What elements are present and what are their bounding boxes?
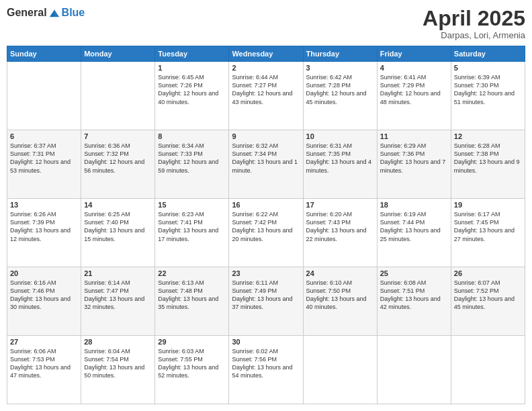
- day-info: Sunrise: 6:10 AMSunset: 7:50 PMDaylight:…: [306, 279, 374, 312]
- day-number: 16: [232, 201, 300, 209]
- table-row: [303, 336, 377, 404]
- day-number: 27: [10, 338, 78, 346]
- table-row: [377, 336, 451, 404]
- day-info: Sunrise: 6:44 AMSunset: 7:27 PMDaylight:…: [232, 73, 300, 106]
- month-title: April 2025: [423, 7, 525, 30]
- day-info: Sunrise: 6:32 AMSunset: 7:34 PMDaylight:…: [232, 142, 300, 175]
- day-number: 25: [380, 269, 448, 277]
- day-info: Sunrise: 6:39 AMSunset: 7:30 PMDaylight:…: [454, 73, 522, 106]
- day-info: Sunrise: 6:25 AMSunset: 7:40 PMDaylight:…: [84, 210, 152, 243]
- table-row: [81, 62, 155, 130]
- day-info: Sunrise: 6:45 AMSunset: 7:26 PMDaylight:…: [158, 73, 226, 106]
- table-row: 11 Sunrise: 6:29 AMSunset: 7:36 PMDaylig…: [377, 130, 451, 199]
- table-row: 26 Sunrise: 6:07 AMSunset: 7:52 PMDaylig…: [451, 267, 525, 336]
- day-info: Sunrise: 6:13 AMSunset: 7:48 PMDaylight:…: [158, 279, 226, 312]
- day-number: 7: [84, 132, 152, 140]
- day-number: 20: [10, 269, 78, 277]
- table-row: 18 Sunrise: 6:19 AMSunset: 7:44 PMDaylig…: [377, 199, 451, 267]
- day-info: Sunrise: 6:29 AMSunset: 7:36 PMDaylight:…: [380, 142, 448, 175]
- table-row: 5 Sunrise: 6:39 AMSunset: 7:30 PMDayligh…: [451, 62, 525, 130]
- day-number: 17: [306, 201, 374, 209]
- svg-marker-2: [49, 10, 54, 17]
- day-info: Sunrise: 6:42 AMSunset: 7:28 PMDaylight:…: [306, 73, 374, 106]
- table-row: 30 Sunrise: 6:02 AMSunset: 7:56 PMDaylig…: [229, 336, 303, 404]
- day-number: 24: [306, 269, 374, 277]
- calendar-week-row: 20 Sunrise: 6:16 AMSunset: 7:46 PMDaylig…: [7, 267, 525, 336]
- calendar-table: Sunday Monday Tuesday Wednesday Thursday…: [7, 46, 525, 404]
- calendar-week-row: 1 Sunrise: 6:45 AMSunset: 7:26 PMDayligh…: [7, 62, 525, 130]
- col-wednesday: Wednesday: [229, 46, 303, 62]
- logo-general: General: [7, 7, 47, 19]
- day-info: Sunrise: 6:04 AMSunset: 7:54 PMDaylight:…: [84, 347, 152, 380]
- table-row: 20 Sunrise: 6:16 AMSunset: 7:46 PMDaylig…: [7, 267, 81, 336]
- calendar-week-row: 6 Sunrise: 6:37 AMSunset: 7:31 PMDayligh…: [7, 130, 525, 199]
- table-row: 2 Sunrise: 6:44 AMSunset: 7:27 PMDayligh…: [229, 62, 303, 130]
- day-info: Sunrise: 6:41 AMSunset: 7:29 PMDaylight:…: [380, 73, 448, 106]
- day-info: Sunrise: 6:11 AMSunset: 7:49 PMDaylight:…: [232, 279, 300, 312]
- day-info: Sunrise: 6:28 AMSunset: 7:38 PMDaylight:…: [454, 142, 522, 175]
- day-info: Sunrise: 6:34 AMSunset: 7:33 PMDaylight:…: [158, 142, 226, 175]
- table-row: 21 Sunrise: 6:14 AMSunset: 7:47 PMDaylig…: [81, 267, 155, 336]
- logo-icon: [48, 7, 60, 18]
- day-number: 12: [454, 132, 522, 140]
- day-number: 30: [232, 338, 300, 346]
- table-row: 3 Sunrise: 6:42 AMSunset: 7:28 PMDayligh…: [303, 62, 377, 130]
- day-info: Sunrise: 6:17 AMSunset: 7:45 PMDaylight:…: [454, 210, 522, 243]
- day-number: 9: [232, 132, 300, 140]
- day-number: 8: [158, 132, 226, 140]
- day-number: 19: [454, 201, 522, 209]
- table-row: 27 Sunrise: 6:06 AMSunset: 7:53 PMDaylig…: [7, 336, 81, 404]
- day-info: Sunrise: 6:20 AMSunset: 7:43 PMDaylight:…: [306, 210, 374, 243]
- day-info: Sunrise: 6:37 AMSunset: 7:31 PMDaylight:…: [10, 142, 78, 175]
- table-row: 6 Sunrise: 6:37 AMSunset: 7:31 PMDayligh…: [7, 130, 81, 199]
- day-info: Sunrise: 6:08 AMSunset: 7:51 PMDaylight:…: [380, 279, 448, 312]
- table-row: 17 Sunrise: 6:20 AMSunset: 7:43 PMDaylig…: [303, 199, 377, 267]
- day-number: 15: [158, 201, 226, 209]
- table-row: 15 Sunrise: 6:23 AMSunset: 7:41 PMDaylig…: [155, 199, 229, 267]
- day-info: Sunrise: 6:14 AMSunset: 7:47 PMDaylight:…: [84, 279, 152, 312]
- table-row: 12 Sunrise: 6:28 AMSunset: 7:38 PMDaylig…: [451, 130, 525, 199]
- day-number: 3: [306, 64, 374, 72]
- day-number: 6: [10, 132, 78, 140]
- table-row: 8 Sunrise: 6:34 AMSunset: 7:33 PMDayligh…: [155, 130, 229, 199]
- day-info: Sunrise: 6:06 AMSunset: 7:53 PMDaylight:…: [10, 347, 78, 380]
- day-number: 28: [84, 338, 152, 346]
- day-info: Sunrise: 6:23 AMSunset: 7:41 PMDaylight:…: [158, 210, 226, 243]
- table-row: 19 Sunrise: 6:17 AMSunset: 7:45 PMDaylig…: [451, 199, 525, 267]
- day-number: 2: [232, 64, 300, 72]
- weekday-header-row: Sunday Monday Tuesday Wednesday Thursday…: [7, 46, 525, 62]
- table-row: 16 Sunrise: 6:22 AMSunset: 7:42 PMDaylig…: [229, 199, 303, 267]
- day-number: 5: [454, 64, 522, 72]
- day-info: Sunrise: 6:31 AMSunset: 7:35 PMDaylight:…: [306, 142, 374, 175]
- day-number: 22: [158, 269, 226, 277]
- table-row: 22 Sunrise: 6:13 AMSunset: 7:48 PMDaylig…: [155, 267, 229, 336]
- col-tuesday: Tuesday: [155, 46, 229, 62]
- day-info: Sunrise: 6:07 AMSunset: 7:52 PMDaylight:…: [454, 279, 522, 312]
- day-number: 23: [232, 269, 300, 277]
- logo: General Blue: [7, 7, 85, 19]
- col-sunday: Sunday: [7, 46, 81, 62]
- day-info: Sunrise: 6:16 AMSunset: 7:46 PMDaylight:…: [10, 279, 78, 312]
- day-number: 26: [454, 269, 522, 277]
- table-row: 24 Sunrise: 6:10 AMSunset: 7:50 PMDaylig…: [303, 267, 377, 336]
- col-friday: Friday: [377, 46, 451, 62]
- day-info: Sunrise: 6:02 AMSunset: 7:56 PMDaylight:…: [232, 347, 300, 380]
- day-number: 1: [158, 64, 226, 72]
- title-section: April 2025 Darpas, Lori, Armenia: [423, 7, 525, 40]
- location: Darpas, Lori, Armenia: [423, 30, 525, 40]
- table-row: 10 Sunrise: 6:31 AMSunset: 7:35 PMDaylig…: [303, 130, 377, 199]
- svg-marker-1: [54, 10, 59, 17]
- day-number: 13: [10, 201, 78, 209]
- table-row: 14 Sunrise: 6:25 AMSunset: 7:40 PMDaylig…: [81, 199, 155, 267]
- col-monday: Monday: [81, 46, 155, 62]
- day-info: Sunrise: 6:22 AMSunset: 7:42 PMDaylight:…: [232, 210, 300, 243]
- col-saturday: Saturday: [451, 46, 525, 62]
- day-info: Sunrise: 6:26 AMSunset: 7:39 PMDaylight:…: [10, 210, 78, 243]
- day-number: 21: [84, 269, 152, 277]
- table-row: [451, 336, 525, 404]
- table-row: 28 Sunrise: 6:04 AMSunset: 7:54 PMDaylig…: [81, 336, 155, 404]
- day-number: 29: [158, 338, 226, 346]
- table-row: 29 Sunrise: 6:03 AMSunset: 7:55 PMDaylig…: [155, 336, 229, 404]
- calendar-week-row: 13 Sunrise: 6:26 AMSunset: 7:39 PMDaylig…: [7, 199, 525, 267]
- table-row: 1 Sunrise: 6:45 AMSunset: 7:26 PMDayligh…: [155, 62, 229, 130]
